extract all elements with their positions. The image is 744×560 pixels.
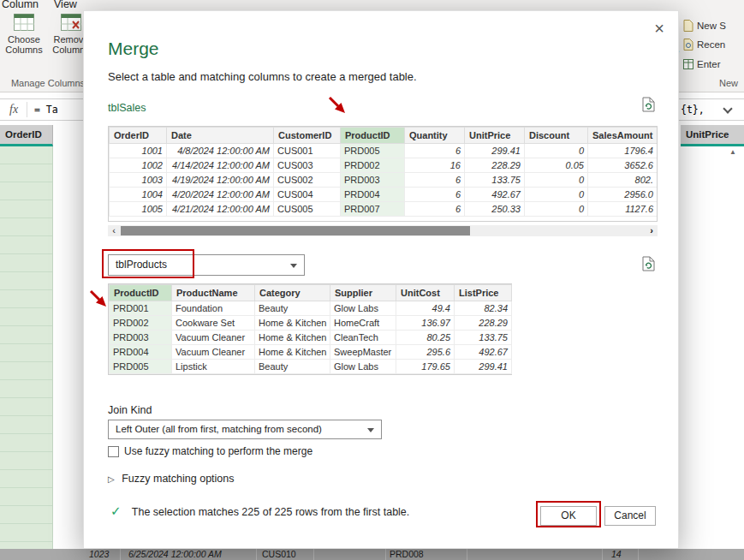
ribbon-tab-column[interactable]: Column — [2, 0, 39, 10]
join-kind-value: Left Outer (all from first, matching fro… — [116, 424, 322, 434]
table-row: PRD003 Vacuum Cleaner Home & Kitchen Cle… — [110, 331, 512, 345]
cell: Beauty — [255, 360, 330, 374]
document-icon — [683, 20, 693, 32]
enter-data-button[interactable]: Enter — [683, 57, 721, 71]
refresh-preview-icon[interactable] — [642, 97, 655, 116]
close-icon[interactable]: × — [654, 20, 664, 37]
fuzzy-matching-row: Use fuzzy matching to perform the merge — [108, 445, 312, 457]
cell: CUS001 — [274, 144, 341, 158]
column-header-productid-selected[interactable]: ProductID — [110, 285, 172, 301]
column-header-salesamount[interactable]: SalesAmount — [588, 128, 658, 144]
column-header-discount[interactable]: Discount — [525, 128, 588, 144]
orderid-column-header[interactable]: OrderID — [0, 125, 53, 146]
cell: 0 — [525, 188, 588, 202]
table-row: 1005 4/21/2024 12:00:00 AM CUS005 PRD007… — [110, 202, 658, 217]
second-table-select[interactable]: tblProducts — [108, 254, 305, 276]
column-header-orderid[interactable]: OrderID — [110, 128, 167, 144]
dialog-subtitle: Select a table and matching columns to c… — [108, 70, 417, 83]
cell: 1003 — [110, 173, 167, 188]
cell: 492.67 — [465, 188, 525, 202]
cell: 4/20/2024 12:00:00 AM — [167, 188, 274, 202]
column-header-unitprice[interactable]: UnitPrice — [465, 128, 525, 144]
fx-icon: fx — [9, 103, 18, 116]
triangle-right-icon: ▷ — [108, 474, 115, 484]
cell: 250.33 — [465, 202, 525, 217]
column-header-productid-selected[interactable]: ProductID — [341, 128, 405, 144]
fuzzy-options-toggle[interactable]: ▷ Fuzzy matching options — [108, 473, 235, 485]
column-header-productname[interactable]: ProductName — [172, 285, 255, 301]
formula-expand-chevron-icon[interactable] — [723, 104, 732, 113]
table-row: 1002 4/14/2024 12:00:00 AM CUS003 PRD002… — [110, 158, 658, 173]
formula-input[interactable]: = Ta — [34, 104, 58, 116]
cell: 1004 — [110, 188, 167, 202]
cell: 4/19/2024 12:00:00 AM — [167, 173, 274, 188]
cell: CUS003 — [274, 158, 341, 173]
cell: PRD007 — [341, 202, 405, 217]
scroll-left-icon[interactable]: ‹ — [108, 225, 120, 236]
cell: 1127.6 — [588, 202, 658, 217]
choose-columns-button[interactable]: Choose Columns — [1, 14, 47, 55]
column-header-listprice[interactable]: ListPrice — [455, 285, 512, 301]
refresh-preview-icon[interactable] — [642, 256, 655, 275]
status-text: The selection matches 225 of 225 rows fr… — [132, 506, 409, 518]
cell: PRD004 — [341, 188, 405, 202]
cell: 16 — [405, 158, 465, 173]
recent-sources-button[interactable]: Recen — [683, 38, 725, 51]
scroll-right-icon[interactable]: › — [646, 225, 658, 236]
scrollbar-thumb[interactable] — [121, 226, 470, 235]
header-row: ProductID ProductName Category Supplier … — [110, 285, 512, 301]
cell-orderid: 1023 — [89, 549, 109, 560]
cell: Beauty — [255, 301, 330, 316]
cell: 80.25 — [396, 331, 455, 345]
ok-button[interactable]: OK — [540, 506, 597, 526]
table-row: 1003 4/19/2024 12:00:00 AM CUS002 PRD003… — [110, 173, 658, 188]
cell: Foundation — [172, 301, 255, 316]
cell: 1001 — [110, 144, 167, 158]
fuzzy-matching-checkbox[interactable] — [108, 446, 119, 457]
remove-column-icon — [61, 14, 81, 31]
check-icon: ✓ — [110, 503, 122, 518]
cell: 136.97 — [396, 316, 455, 331]
table-grid-icon — [14, 14, 34, 31]
cell: Vacuum Cleaner — [172, 331, 255, 345]
column-header-unitcost[interactable]: UnitCost — [396, 285, 455, 301]
cell: 1005 — [110, 202, 167, 217]
grid-line — [120, 549, 121, 560]
new-source-label: New S — [697, 21, 726, 31]
cell: 2956.0 — [588, 188, 658, 202]
horizontal-scrollbar[interactable]: ‹ › — [108, 225, 658, 236]
column-header-quantity[interactable]: Quantity — [405, 128, 465, 144]
cell-date: 6/25/2024 12:00:00 AM — [128, 549, 222, 560]
fuzzy-checkbox-label: Use fuzzy matching to perform the merge — [124, 445, 312, 457]
cell: 492.67 — [455, 345, 512, 360]
ribbon-tab-view[interactable]: View — [54, 0, 77, 10]
table-row: PRD005 Lipstick Beauty Glow Labs 179.65 … — [110, 360, 512, 374]
cell: 299.41 — [455, 360, 512, 374]
cell: 4/21/2024 12:00:00 AM — [167, 202, 274, 217]
cell: HomeCraft — [330, 316, 396, 331]
column-header-supplier[interactable]: Supplier — [330, 285, 396, 301]
cell: 179.65 — [396, 360, 455, 374]
cell: 228.29 — [455, 316, 512, 331]
cell: 4/14/2024 12:00:00 AM — [167, 158, 274, 173]
cell: 0.05 — [525, 158, 588, 173]
scroll-up-icon[interactable]: ▲ — [729, 148, 736, 156]
cell: 6 — [405, 188, 465, 202]
status-row: ✓ The selection matches 225 of 225 rows … — [110, 503, 409, 519]
cell-productid: PRD008 — [390, 549, 424, 560]
column-header-category[interactable]: Category — [255, 285, 330, 301]
column-header-date[interactable]: Date — [167, 128, 274, 144]
merge-dialog: × Merge Select a table and matching colu… — [83, 10, 679, 549]
cell: PRD003 — [341, 173, 405, 188]
unitprice-column-header[interactable]: UnitPrice — [681, 125, 744, 146]
annotation-arrow-prd001-icon — [88, 289, 108, 312]
column-header-customerid[interactable]: CustomerID — [274, 128, 341, 144]
enter-data-icon — [683, 58, 693, 70]
new-source-button[interactable]: New S — [683, 19, 726, 33]
table-row: 1001 4/8/2024 12:00:00 AM CUS001 PRD005 … — [110, 144, 658, 158]
chevron-down-icon — [367, 428, 374, 432]
join-kind-select[interactable]: Left Outer (all from first, matching fro… — [108, 420, 382, 439]
background-table-row: 1023 6/25/2024 12:00:00 AM CUS010 PRD008… — [0, 549, 744, 560]
cell: 6 — [405, 202, 465, 217]
cancel-button[interactable]: Cancel — [604, 506, 656, 526]
